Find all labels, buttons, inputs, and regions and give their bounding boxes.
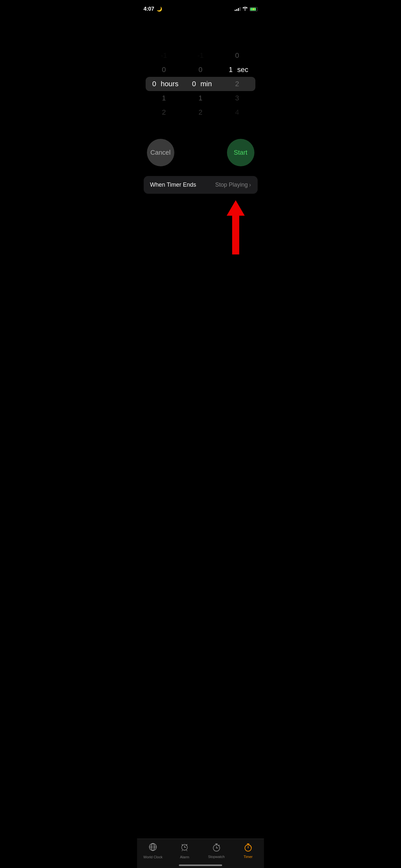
picker-row: 0 [196, 63, 205, 77]
time-picker[interactable]: -1 0 0 hours 1 2 -1 [137, 49, 264, 120]
arrow-shaft [232, 216, 239, 254]
status-time: 4:07 [144, 6, 154, 12]
wifi-icon [243, 7, 248, 11]
arrow-container [137, 200, 264, 254]
timer-ends-label: When Timer Ends [150, 182, 196, 188]
picker-row: 3 [232, 91, 242, 105]
red-arrow [227, 200, 245, 254]
minutes-column[interactable]: -1 0 0 min 1 2 [182, 49, 219, 120]
picker-row: -1 [159, 49, 169, 63]
hours-selected-row[interactable]: 0 hours [150, 77, 179, 91]
seconds-selected-row[interactable]: 1 sec [226, 63, 248, 77]
picker-row: -1 [196, 49, 205, 63]
battery-icon: ⚡ [250, 7, 258, 11]
picker-row: 0 [159, 63, 169, 77]
seconds-column[interactable]: 0 1 sec 2 3 4 [219, 49, 255, 120]
picker-row: 2 [232, 77, 242, 91]
picker-columns: -1 0 0 hours 1 2 -1 [146, 49, 255, 120]
picker-row: 2 [196, 105, 205, 120]
start-button[interactable]: Start [227, 139, 254, 166]
moon-icon: 🌙 [157, 6, 162, 11]
chevron-right-icon: › [249, 182, 251, 188]
picker-row: 2 [159, 105, 169, 120]
timer-ends-text: Stop Playing [215, 182, 248, 188]
picker-row: 1 [196, 91, 205, 105]
cancel-button[interactable]: Cancel [147, 139, 174, 166]
status-icons: ⚡ [235, 7, 258, 11]
buttons-row: Cancel Start [137, 139, 264, 166]
picker-outer[interactable]: -1 0 0 hours 1 2 -1 [146, 49, 255, 120]
picker-row: 4 [232, 105, 242, 120]
picker-row: 1 [159, 91, 169, 105]
timer-ends-value[interactable]: Stop Playing › [215, 182, 251, 188]
signal-icon [235, 7, 241, 11]
minutes-selected-row[interactable]: 0 min [189, 77, 212, 91]
status-bar: 4:07 🌙 ⚡ [137, 0, 264, 16]
arrow-head [227, 200, 245, 216]
hours-column[interactable]: -1 0 0 hours 1 2 [146, 49, 182, 120]
when-timer-ends-row[interactable]: When Timer Ends Stop Playing › [144, 176, 258, 194]
picker-row: 0 [232, 49, 242, 63]
